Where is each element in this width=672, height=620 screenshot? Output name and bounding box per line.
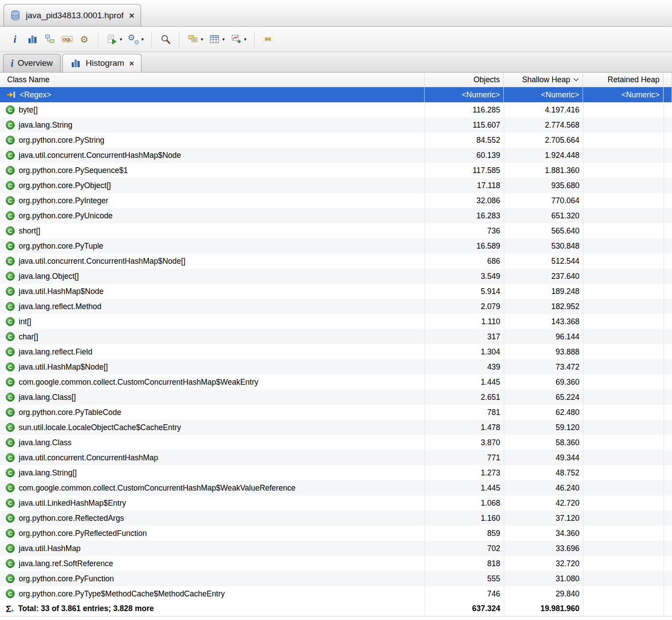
filler-cell (664, 374, 672, 390)
table-row[interactable]: Cjava.lang.reflect.Field1.30493.888 (0, 344, 672, 359)
table-row[interactable]: Cjava.lang.Object[]3.549237.640 (0, 269, 672, 284)
table-row[interactable]: Cjava.util.concurrent.ConcurrentHashMap$… (0, 148, 672, 163)
table-row[interactable]: Cbyte[]116.2854.197.416 (0, 102, 672, 117)
table-row[interactable]: Cjava.util.concurrent.ConcurrentHashMap7… (0, 450, 672, 465)
table-row[interactable]: Cint[]1.110143.368 (0, 314, 672, 329)
group-by-button[interactable]: ▾ (184, 32, 206, 47)
objects-filter-input[interactable]: <Numeric> (425, 87, 504, 102)
table-row[interactable]: Ccom.google.common.collect.CustomConcurr… (0, 374, 672, 390)
objects-cell: 555 (425, 571, 504, 586)
table-row[interactable]: Cjava.lang.ref.SoftReference81832.720 (0, 556, 672, 571)
export-button[interactable]: ▾ (227, 32, 249, 47)
table-row[interactable]: Cjava.lang.reflect.Method2.079182.952 (0, 299, 672, 314)
tab-overview[interactable]: i Overview (3, 54, 61, 72)
editor-tab-heap-dump[interactable]: java_pid34813.0001.hprof × (4, 4, 141, 26)
retained-heap-cell (583, 163, 664, 178)
table-row[interactable]: Cjava.lang.String[]1.27348.752 (0, 465, 672, 480)
class-name-cell: Cjava.util.concurrent.ConcurrentHashMap$… (0, 148, 425, 163)
shallow-heap-cell: 935.680 (504, 178, 583, 193)
table-row[interactable]: Corg.python.core.PyObject[]17.118935.680 (0, 178, 672, 193)
retained-heap-cell (583, 148, 664, 163)
inspections-button[interactable]: ⚙ (76, 32, 93, 47)
table-row[interactable]: Corg.python.core.PyType$MethodCache$Meth… (0, 586, 672, 601)
retained-heap-cell (583, 133, 664, 148)
column-header-shallow-heap[interactable]: Shallow Heap (504, 72, 583, 87)
table-row[interactable]: Corg.python.core.PyReflectedFunction8593… (0, 526, 672, 541)
retained-heap-cell (583, 586, 664, 601)
class-name-cell: Cjava.lang.Object[] (0, 269, 425, 284)
retained-heap-cell (583, 238, 664, 254)
table-row[interactable]: Cjava.lang.Class[]2.65165.224 (0, 390, 672, 405)
class-name-cell: Cjava.lang.String (0, 117, 425, 133)
class-name: int[] (19, 317, 31, 326)
class-icon: C (6, 121, 15, 129)
class-name: java.util.HashMap$Node (19, 287, 104, 296)
dropdown-arrow-icon[interactable]: ▾ (244, 36, 247, 42)
class-icon: C (6, 136, 15, 145)
dropdown-arrow-icon[interactable]: ▾ (142, 36, 144, 42)
class-name: java.util.concurrent.ConcurrentHashMap$N… (19, 151, 181, 160)
table-row[interactable]: Corg.python.core.PyUnicode16.283651.320 (0, 208, 672, 223)
table-row[interactable]: Cjava.util.LinkedHashMap$Entry1.06842.72… (0, 495, 672, 511)
table-row[interactable]: Cshort[]736565.640 (0, 223, 672, 238)
class-name-cell: Cjava.util.concurrent.ConcurrentHashMap (0, 450, 425, 465)
run-expert-test-button[interactable]: ▾ (103, 32, 125, 47)
table-row[interactable]: Corg.python.core.ReflectedArgs1.16037.12… (0, 511, 672, 526)
query-browser-button[interactable]: ⚙⚙▾ (125, 32, 147, 47)
class-name: java.util.HashMap (19, 544, 81, 553)
retained-heap-cell (583, 314, 664, 329)
table-row[interactable]: Corg.python.core.PyTuple16.589530.848 (0, 238, 672, 254)
compare-button[interactable] (259, 32, 277, 47)
table-row[interactable]: Cjava.util.HashMap$Node5.914189.248 (0, 284, 672, 299)
retained-heap-filter-input[interactable]: <Numeric> (583, 87, 664, 102)
retained-heap-cell (583, 208, 664, 223)
filler-cell (664, 435, 672, 450)
shallow-heap-filter-input[interactable]: <Numeric> (504, 87, 583, 102)
table-row[interactable]: Corg.python.core.PyInteger32.086770.064 (0, 193, 672, 208)
class-name-cell: Cjava.lang.reflect.Method (0, 299, 425, 314)
class-name: java.util.LinkedHashMap$Entry (19, 499, 126, 508)
table-row[interactable]: Ccom.google.common.collect.CustomConcurr… (0, 480, 672, 495)
editor-tab-close-icon[interactable]: × (129, 11, 134, 20)
total-row[interactable]: Σ+ Total: 33 of 3.861 entries; 3.828 mor… (0, 601, 672, 616)
regex-filter-row[interactable]: <Regex> <Numeric> <Numeric> <Numeric> (0, 87, 672, 102)
tab-histogram[interactable]: Histogram × (62, 54, 142, 72)
column-header-objects[interactable]: Objects (425, 72, 504, 87)
info-button[interactable]: i (6, 32, 24, 47)
table-row[interactable]: Cchar[]31796.144 (0, 329, 672, 344)
class-name: byte[] (19, 105, 38, 115)
filler-cell (664, 208, 672, 223)
table-row[interactable]: Cjava.lang.Class3.87058.360 (0, 435, 672, 450)
dropdown-arrow-icon[interactable]: ▾ (120, 36, 122, 42)
class-name: java.util.HashMap$Node[] (19, 362, 108, 372)
table-row[interactable]: Corg.python.core.PyTableCode78162.480 (0, 405, 672, 420)
table-row[interactable]: Corg.python.core.PyString84.5522.705.664 (0, 133, 672, 148)
table-row[interactable]: Corg.python.core.PySequence$1117.5851.88… (0, 163, 672, 178)
export-icon (230, 33, 242, 45)
class-name: java.lang.Class (19, 438, 72, 447)
table-row[interactable]: Csun.util.locale.LocaleObjectCache$Cache… (0, 420, 672, 435)
column-header-class-name[interactable]: Class Name (0, 72, 425, 87)
objects-cell: 116.285 (425, 102, 504, 117)
class-icon: C (6, 287, 15, 296)
column-header-retained-heap[interactable]: Retained Heap (583, 72, 664, 87)
dropdown-arrow-icon[interactable]: ▾ (201, 36, 203, 42)
objects-cell: 439 (425, 359, 504, 374)
retained-heap-cell (583, 359, 664, 374)
class-name-filter-input[interactable]: <Regex> (20, 90, 51, 100)
customize-table-button[interactable]: ▾ (206, 32, 228, 47)
histogram-button[interactable] (24, 32, 41, 47)
filler-cell (664, 465, 672, 480)
retained-heap-cell (583, 178, 664, 193)
retained-heap-cell (583, 571, 664, 586)
tab-histogram-close-icon[interactable]: × (129, 59, 134, 68)
dominator-tree-button[interactable] (41, 32, 58, 47)
dropdown-arrow-icon[interactable]: ▾ (223, 36, 225, 42)
oql-button[interactable]: OQL (58, 32, 76, 47)
table-row[interactable]: Cjava.util.concurrent.ConcurrentHashMap$… (0, 254, 672, 269)
table-row[interactable]: Cjava.util.HashMap$Node[]43973.472 (0, 359, 672, 374)
table-row[interactable]: Cjava.lang.String115.6072.774.568 (0, 117, 672, 133)
search-button[interactable] (157, 32, 174, 47)
table-row[interactable]: Corg.python.core.PyFunction55531.080 (0, 571, 672, 586)
table-row[interactable]: Cjava.util.HashMap70233.696 (0, 541, 672, 556)
